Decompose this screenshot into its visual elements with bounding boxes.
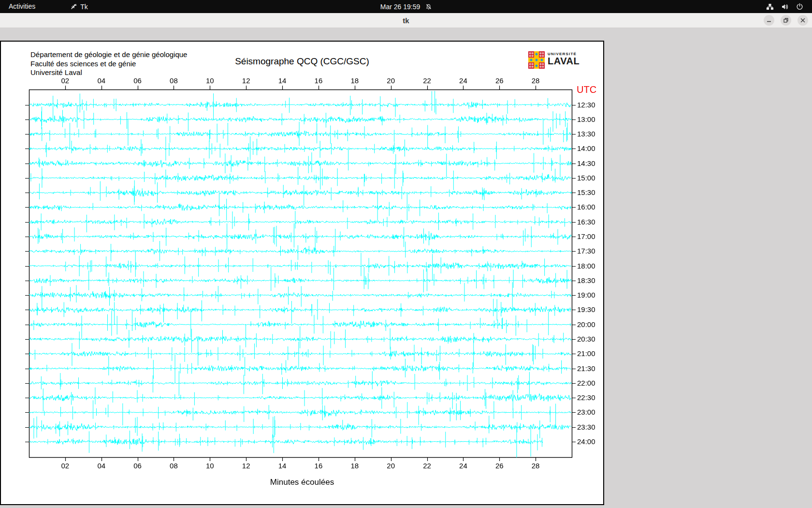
x-tick-top-24: 24 xyxy=(459,76,467,85)
utc-label-22:00: 22:00 xyxy=(577,379,595,387)
utc-label-19:00: 19:00 xyxy=(577,291,595,299)
x-tick-top-02: 02 xyxy=(61,76,70,85)
utc-label-21:30: 21:30 xyxy=(577,365,595,373)
notifications-off-icon xyxy=(425,3,432,10)
x-tick-top-04: 04 xyxy=(97,76,105,85)
x-tick-top-22: 22 xyxy=(423,76,431,85)
restore-button[interactable] xyxy=(781,15,791,26)
x-tick-top-18: 18 xyxy=(350,76,359,85)
x-tick-bottom-26: 26 xyxy=(495,462,504,470)
window-title-bar: tk xyxy=(0,13,812,28)
x-tick-top-26: 26 xyxy=(495,76,504,85)
x-tick-bottom-08: 08 xyxy=(170,462,178,470)
utc-label-15:30: 15:30 xyxy=(577,189,595,196)
seismogram-plot xyxy=(1,42,603,504)
utc-label-14:00: 14:00 xyxy=(577,145,595,152)
focused-app-menu[interactable]: Tk xyxy=(70,3,88,11)
gnome-top-bar: Activities Tk Mar 26 19:59 xyxy=(0,0,812,13)
x-tick-bottom-24: 24 xyxy=(459,462,467,470)
utc-label-22:30: 22:30 xyxy=(577,394,595,402)
utc-label-12:30: 12:30 xyxy=(577,101,595,109)
x-tick-bottom-04: 04 xyxy=(97,462,105,470)
seismograph-window: Département de géologie et de génie géol… xyxy=(0,41,604,505)
window-controls xyxy=(764,15,808,26)
minimize-button[interactable] xyxy=(764,15,774,26)
utc-label-23:00: 23:00 xyxy=(577,408,595,416)
utc-label-18:00: 18:00 xyxy=(577,262,595,270)
utc-header-label: UTC xyxy=(577,84,596,95)
power-icon xyxy=(796,3,803,10)
clock-label: Mar 26 19:59 xyxy=(380,3,420,11)
clock-menu[interactable]: Mar 26 19:59 xyxy=(380,0,432,13)
network-wired-icon xyxy=(766,3,774,11)
x-tick-top-08: 08 xyxy=(170,76,178,85)
utc-label-18:30: 18:30 xyxy=(577,277,595,284)
utc-label-24:00: 24:00 xyxy=(577,438,595,446)
utc-label-21:00: 21:00 xyxy=(577,350,595,358)
utc-label-16:30: 16:30 xyxy=(577,218,595,226)
window-title: tk xyxy=(0,13,812,28)
x-tick-top-10: 10 xyxy=(206,76,214,85)
x-tick-top-06: 06 xyxy=(133,76,142,85)
tk-feather-icon xyxy=(70,3,77,10)
x-tick-top-20: 20 xyxy=(387,76,395,85)
x-tick-top-14: 14 xyxy=(278,76,287,85)
x-tick-top-28: 28 xyxy=(532,76,540,85)
x-tick-top-16: 16 xyxy=(315,76,323,85)
x-axis-title: Minutes écoulées xyxy=(1,478,603,487)
x-tick-bottom-06: 06 xyxy=(133,462,142,470)
utc-label-17:00: 17:00 xyxy=(577,233,595,240)
utc-label-20:00: 20:00 xyxy=(577,321,595,329)
utc-label-23:30: 23:30 xyxy=(577,423,595,431)
x-tick-bottom-18: 18 xyxy=(350,462,359,470)
utc-label-16:00: 16:00 xyxy=(577,203,595,211)
utc-label-14:30: 14:30 xyxy=(577,160,595,167)
close-button[interactable] xyxy=(798,15,808,26)
x-tick-bottom-10: 10 xyxy=(206,462,214,470)
utc-label-17:30: 17:30 xyxy=(577,247,595,255)
utc-label-15:00: 15:00 xyxy=(577,174,595,182)
utc-label-13:30: 13:30 xyxy=(577,130,595,138)
x-tick-top-12: 12 xyxy=(242,76,250,85)
top-bar-left: Activities Tk xyxy=(0,0,88,13)
desktop-background: Département de géologie et de génie géol… xyxy=(0,28,812,508)
x-tick-bottom-28: 28 xyxy=(532,462,540,470)
utc-label-19:30: 19:30 xyxy=(577,306,595,314)
x-tick-bottom-16: 16 xyxy=(315,462,323,470)
x-tick-bottom-14: 14 xyxy=(278,462,287,470)
x-tick-bottom-20: 20 xyxy=(387,462,395,470)
system-status-area[interactable] xyxy=(766,0,812,13)
x-tick-bottom-12: 12 xyxy=(242,462,250,470)
utc-label-13:00: 13:00 xyxy=(577,116,595,123)
utc-label-20:30: 20:30 xyxy=(577,335,595,343)
x-tick-bottom-22: 22 xyxy=(423,462,431,470)
x-tick-bottom-02: 02 xyxy=(61,462,70,470)
volume-icon xyxy=(781,3,789,11)
focused-app-name: Tk xyxy=(80,3,88,11)
activities-button[interactable]: Activities xyxy=(0,0,42,13)
